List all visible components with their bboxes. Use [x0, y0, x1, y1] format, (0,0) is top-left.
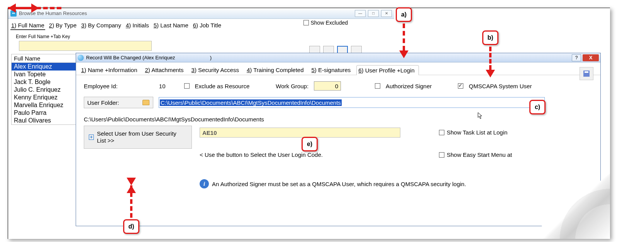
dialog-close-button[interactable]: X	[583, 54, 599, 61]
record-dialog: Record Will Be Changed (Alex Enriquez ) …	[76, 53, 601, 226]
list-item[interactable]: Kenny Enriquez	[12, 94, 80, 101]
dialog-body: Employee Id: 10 Exclude as Resource Work…	[76, 75, 600, 161]
show-task-label: Show Task List at Login	[447, 129, 507, 136]
show-easy-label: Show Easy Start Menu at	[447, 151, 512, 158]
dialog-tabs: 1) Name +Information 2) Attachments 3) S…	[76, 62, 600, 75]
path-selected-text: C:\Users\Public\Documents\ABCI\MgtSysDoc…	[160, 99, 342, 106]
exclude-checkbox[interactable]	[184, 83, 190, 89]
tab-last-name[interactable]: 5) Last Name	[153, 21, 189, 30]
info-text: An Authorized Signer must be set as a QM…	[212, 181, 466, 187]
enter-name-hint: Enter Full Name +Tab Key	[8, 32, 394, 39]
dialog-title: Record Will Be Changed (Alex Enriquez )	[86, 55, 212, 61]
screenshot-root: Browse the Human Resources — □ ✕ 1) Full…	[8, 8, 610, 239]
show-task-checkbox[interactable]	[439, 130, 444, 135]
dialog-title-bar: Record Will Be Changed (Alex Enriquez ) …	[76, 53, 600, 62]
user-folder-button[interactable]: User Folder:	[84, 97, 153, 108]
sys-user-label: QMSCAPA System User	[469, 83, 532, 89]
help-button[interactable]: ?	[572, 54, 581, 61]
tab-job-title[interactable]: 6) Job Title	[192, 21, 222, 30]
list-item[interactable]: Paulo Parra	[12, 109, 80, 117]
list-item[interactable]: Ivan Topete	[12, 71, 80, 78]
list-item[interactable]: Alex Enriquez	[12, 63, 80, 71]
floppy-icon	[583, 71, 590, 77]
tab-by-company[interactable]: 3) By Company	[80, 21, 122, 30]
close-button[interactable]: ✕	[381, 10, 392, 17]
outer-title-bar: Browse the Human Resources — □ ✕	[8, 8, 394, 19]
employee-id-label: Employee Id:	[84, 83, 118, 89]
exclude-label: Exclude as Resource	[195, 83, 250, 89]
tab-initials[interactable]: 4) Initials	[125, 21, 150, 30]
tab-user-profile[interactable]: 6) User Profile +Login	[356, 65, 419, 75]
select-user-button[interactable]: + Select User from User Security List >>	[84, 126, 192, 149]
employee-id-value: 10	[154, 83, 166, 89]
annotation-e: e)	[302, 137, 318, 151]
path-display: C:\Users\Public\Documents\ABCI\MgtSysDoc…	[84, 114, 593, 126]
annotation-b: b)	[482, 30, 498, 45]
tab-training[interactable]: 4) Training Completed	[245, 65, 308, 75]
show-excluded-row: Show Excluded	[303, 20, 348, 26]
work-group-label: Work Group:	[276, 83, 308, 89]
auth-signer-label: Authorized Signer	[386, 83, 432, 89]
show-excluded-checkbox[interactable]	[303, 20, 309, 25]
sys-user-checkbox[interactable]	[458, 83, 463, 89]
login-hint: < Use the button to Select the User Logi…	[200, 151, 323, 158]
list-header: Full Name	[12, 54, 80, 63]
full-name-input[interactable]	[19, 41, 152, 51]
tab-esignatures[interactable]: 5) E-signatures	[310, 65, 355, 75]
show-easy-checkbox[interactable]	[439, 152, 444, 158]
annotation-d: d)	[123, 219, 139, 234]
list-item[interactable]: Jack T. Bogle	[12, 78, 80, 86]
list-item[interactable]: Raul Olivares	[12, 117, 80, 124]
user-folder-input[interactable]: C:\Users\Public\Documents\ABCI\MgtSysDoc…	[159, 97, 545, 108]
save-button[interactable]	[580, 67, 593, 80]
auth-signer-checkbox[interactable]	[375, 83, 380, 89]
outer-window-title: Browse the Human Resources	[19, 10, 87, 16]
annotation-a: a)	[396, 7, 412, 22]
login-code-field[interactable]: AE10	[200, 128, 400, 138]
tab-name-info[interactable]: 1) Name +Information	[79, 65, 141, 75]
annotation-c: c)	[529, 100, 546, 114]
minimize-button[interactable]: —	[355, 10, 366, 17]
plus-icon: +	[89, 134, 94, 140]
globe-icon	[78, 55, 84, 61]
tab-full-name[interactable]: 1) Full Name	[10, 21, 45, 30]
window-buttons: — □ ✕	[355, 10, 392, 17]
list-item[interactable]: Marvella Enriquez	[12, 101, 80, 109]
folder-icon	[142, 100, 149, 105]
tab-attachments[interactable]: 2) Attachments	[143, 65, 188, 75]
info-icon: i	[200, 179, 209, 188]
names-list: Full Name Alex Enriquez Ivan Topete Jack…	[11, 54, 81, 125]
maximize-button[interactable]: □	[368, 10, 379, 17]
show-excluded-label: Show Excluded	[310, 20, 348, 26]
list-item[interactable]: Julio C. Enriquez	[12, 86, 80, 94]
tab-security-access[interactable]: 3) Security Access	[190, 65, 243, 75]
mouse-cursor-icon	[478, 112, 483, 119]
work-group-input[interactable]: 0	[314, 81, 341, 91]
tab-by-type[interactable]: 2) By Type	[48, 21, 77, 30]
info-row: i An Authorized Signer must be set as a …	[200, 179, 466, 188]
